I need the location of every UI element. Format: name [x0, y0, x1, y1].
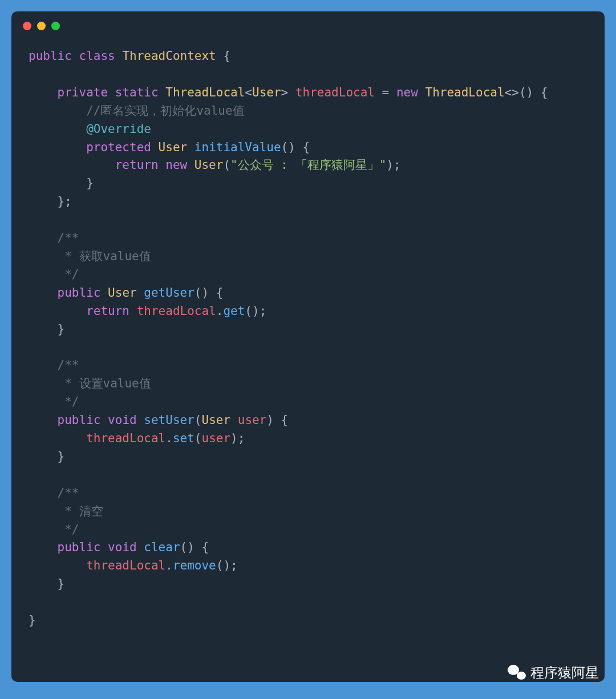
brace: {: [274, 413, 288, 427]
method-get: get: [223, 304, 245, 318]
brace: }: [29, 577, 64, 591]
type-threadlocal: ThreadLocal: [165, 86, 245, 99]
brace: {: [209, 286, 223, 300]
paren-close: );: [386, 158, 400, 172]
window-maximize-button[interactable]: [51, 22, 60, 30]
keyword-private: private: [58, 86, 108, 99]
indent: [29, 176, 86, 190]
generic-close: >: [281, 86, 289, 99]
comment-block: /**: [29, 486, 79, 500]
var-threadlocal: threadLocal: [137, 304, 216, 318]
watermark: 程序猿阿星: [508, 664, 599, 682]
brace: {: [533, 86, 548, 99]
keyword-static: static: [115, 86, 159, 99]
param-name: user: [238, 413, 267, 427]
brace: }: [29, 450, 64, 463]
indent: [29, 195, 58, 208]
brace-semi: };: [58, 195, 72, 208]
keyword-public: public: [29, 49, 72, 63]
paren-semi: ();: [245, 304, 266, 318]
ctor-threadlocal: ThreadLocal: [425, 86, 505, 99]
indent: [29, 559, 86, 572]
keyword-public: public: [58, 540, 101, 554]
paren: (): [180, 540, 194, 554]
var-threadlocal: threadLocal: [86, 431, 165, 445]
type-user: User: [194, 158, 224, 172]
indent: [29, 413, 58, 427]
method-remove: remove: [173, 559, 216, 572]
paren: (): [194, 286, 209, 300]
assign: =: [375, 86, 396, 99]
keyword-protected: protected: [86, 140, 151, 154]
watermark-text: 程序猿阿星: [530, 664, 599, 682]
paren-open: (: [223, 158, 230, 172]
comment-block: */: [29, 395, 79, 409]
paren-semi: ();: [216, 559, 238, 572]
indent: [29, 286, 58, 300]
arg-user: user: [201, 431, 230, 445]
brace: }: [29, 322, 64, 336]
comment-block: */: [29, 523, 79, 536]
wechat-icon: [508, 665, 526, 681]
keyword-public: public: [58, 286, 101, 300]
dot: .: [165, 431, 173, 445]
type-user: User: [252, 86, 281, 99]
brace: }: [86, 176, 94, 190]
comment-get: * 获取value值: [29, 249, 151, 263]
indent: [29, 140, 86, 154]
keyword-new: new: [165, 158, 187, 172]
window-titlebar: [11, 11, 605, 36]
method-set: set: [173, 431, 194, 445]
comment-anon: //匿名实现，初始化value值: [86, 104, 245, 118]
indent: [29, 104, 86, 118]
paren: (): [281, 140, 295, 154]
string-literal: "公众号 : 「程序猿阿星」": [230, 158, 386, 172]
keyword-void: void: [108, 413, 137, 427]
brace: {: [295, 140, 310, 154]
keyword-return: return: [115, 158, 159, 172]
indent: [29, 304, 86, 318]
window-close-button[interactable]: [23, 22, 31, 30]
indent: [29, 86, 58, 99]
diamond: <>: [505, 86, 519, 99]
brace: {: [194, 540, 209, 554]
var-threadlocal: threadLocal: [295, 86, 375, 99]
var-threadlocal: threadLocal: [86, 559, 165, 572]
paren-open: (: [194, 413, 202, 427]
dot: .: [216, 304, 224, 318]
keyword-class: class: [79, 49, 115, 63]
dot: .: [165, 559, 173, 572]
generic-open: <: [245, 86, 252, 99]
class-close-brace: }: [29, 613, 36, 627]
comment-block: /**: [29, 358, 79, 372]
method-initialvalue: initialValue: [194, 140, 281, 154]
annotation-override: @Override: [86, 122, 151, 136]
paren-close: );: [230, 431, 245, 445]
keyword-public: public: [58, 413, 101, 427]
method-setuser: setUser: [144, 413, 194, 427]
return-type: User: [159, 140, 188, 154]
class-name: ThreadContext: [122, 49, 216, 63]
comment-block: */: [29, 268, 79, 281]
method-clear: clear: [144, 540, 180, 554]
comment-clear: * 清空: [29, 504, 103, 518]
indent: [29, 158, 115, 172]
paren-open: (: [194, 431, 202, 445]
param-type: User: [202, 413, 231, 427]
keyword-return: return: [86, 304, 129, 318]
indent: [29, 431, 86, 445]
method-getuser: getUser: [144, 286, 194, 300]
keyword-void: void: [108, 540, 137, 554]
indent: [29, 122, 86, 136]
code-editor[interactable]: public class ThreadContext { private sta…: [11, 36, 605, 641]
comment-set: * 设置value值: [29, 377, 151, 390]
paren: (): [519, 86, 533, 99]
keyword-new: new: [396, 86, 418, 99]
indent: [29, 540, 58, 554]
paren-close: ): [266, 413, 274, 427]
code-window: public class ThreadContext { private sta…: [11, 11, 605, 682]
comment-block: /**: [29, 231, 79, 245]
brace: {: [216, 49, 230, 63]
return-type: User: [108, 286, 137, 300]
window-minimize-button[interactable]: [37, 22, 46, 30]
